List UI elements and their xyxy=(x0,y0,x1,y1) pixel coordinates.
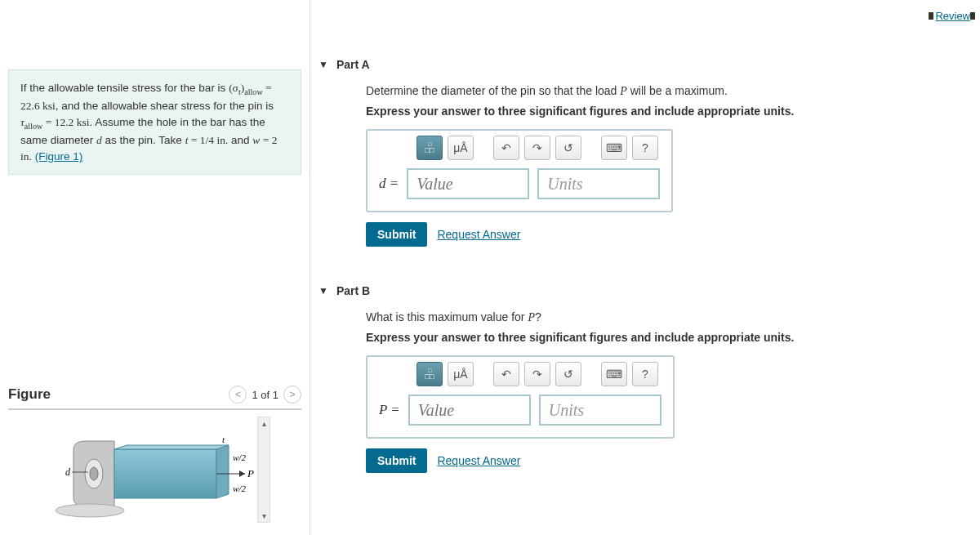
figure-image: P t w/2 w/2 d xyxy=(8,417,257,523)
svg-text:P: P xyxy=(247,467,254,479)
part-b-toggle[interactable]: ▼ xyxy=(318,285,328,296)
svg-text:w/2: w/2 xyxy=(233,484,246,493)
part-b-answer-box: □□□ μÅ ↶ ↷ ↺ ⌨ ? P = Units xyxy=(366,355,675,439)
part-b-request-answer[interactable]: Request Answer xyxy=(437,454,520,467)
part-b-submit-button[interactable]: Submit xyxy=(366,448,427,473)
figure-scrollbar[interactable]: ▴ ▾ xyxy=(257,417,270,523)
help-button[interactable]: ? xyxy=(632,136,658,160)
scroll-down-icon[interactable]: ▾ xyxy=(262,511,266,520)
part-a-prompt: Determine the diameter of the pin so tha… xyxy=(366,84,964,98)
help-button[interactable]: ? xyxy=(632,362,658,386)
template-button[interactable]: □□□ xyxy=(416,136,443,160)
svg-point-2 xyxy=(56,504,124,517)
part-b-units-input[interactable]: Units xyxy=(539,395,662,426)
redo-button[interactable]: ↷ xyxy=(524,136,550,160)
part-a-answer-box: □□□ μÅ ↶ ↷ ↺ ⌨ ? d = Units xyxy=(366,129,673,212)
figure-title: Figure xyxy=(8,386,51,403)
part-b-instruction: Express your answer to three significant… xyxy=(366,331,964,344)
part-a-value-input[interactable] xyxy=(407,168,529,199)
undo-button[interactable]: ↶ xyxy=(493,136,519,160)
units-symbol-button[interactable]: μÅ xyxy=(448,362,474,386)
figure-link[interactable]: (Figure 1) xyxy=(35,150,83,163)
part-a-request-answer[interactable]: Request Answer xyxy=(437,228,520,241)
part-a-units-input[interactable]: Units xyxy=(537,168,660,199)
keyboard-button[interactable]: ⌨ xyxy=(601,136,627,160)
template-button[interactable]: □□□ xyxy=(416,362,443,386)
figure-next-button[interactable]: > xyxy=(283,386,301,403)
figure-counter: 1 of 1 xyxy=(252,389,278,401)
review-link[interactable]: Review xyxy=(929,10,978,22)
redo-button[interactable]: ↷ xyxy=(524,362,550,386)
part-b-title: Part B xyxy=(336,284,370,297)
keyboard-button[interactable]: ⌨ xyxy=(601,362,627,386)
problem-statement: If the allowable tensile stress for the … xyxy=(8,69,301,175)
part-b-value-input[interactable] xyxy=(408,395,531,426)
part-a-instruction: Express your answer to three significant… xyxy=(366,105,964,118)
part-a-submit-button[interactable]: Submit xyxy=(366,222,427,247)
part-b-prompt: What is this maximum value for P? xyxy=(366,310,964,324)
svg-text:t: t xyxy=(222,435,225,444)
units-symbol-button[interactable]: μÅ xyxy=(448,136,474,160)
part-a-toggle[interactable]: ▼ xyxy=(318,59,328,70)
figure-prev-button[interactable]: < xyxy=(229,386,247,403)
svg-point-1 xyxy=(90,467,98,480)
undo-button[interactable]: ↶ xyxy=(493,362,519,386)
svg-text:w/2: w/2 xyxy=(233,453,246,462)
reset-button[interactable]: ↺ xyxy=(555,136,581,160)
scroll-up-icon[interactable]: ▴ xyxy=(262,419,266,428)
reset-button[interactable]: ↺ xyxy=(555,362,581,386)
svg-text:d: d xyxy=(65,466,71,478)
part-a-title: Part A xyxy=(336,58,370,71)
